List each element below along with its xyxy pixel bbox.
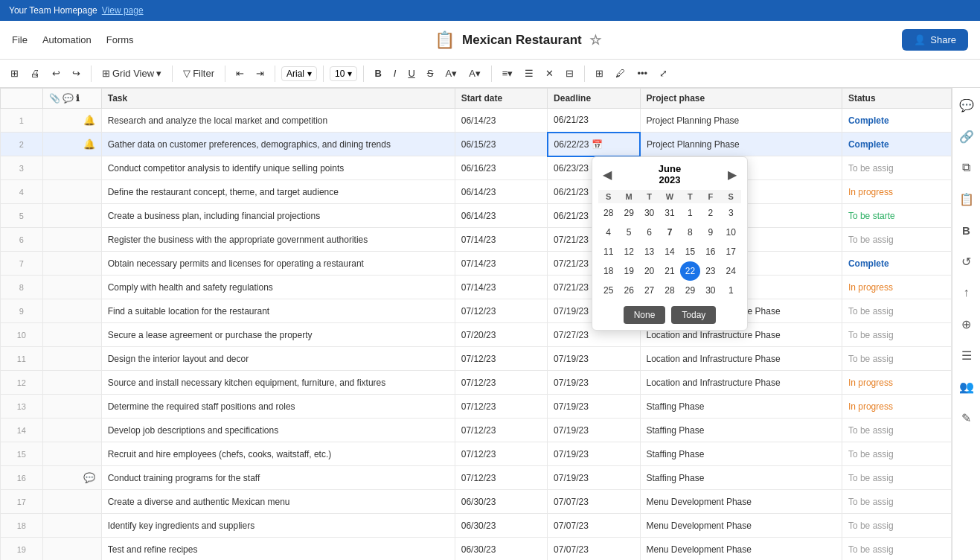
row-task[interactable]: Conduct competitor analysis to identify … bbox=[101, 156, 455, 180]
row-task[interactable]: Test and refine recipes bbox=[101, 538, 455, 561]
row-task[interactable]: Determine the required staff positions a… bbox=[101, 395, 455, 419]
table-row[interactable]: 15Recruit and hire employees (chefs, coo… bbox=[1, 442, 952, 466]
expand-btn[interactable]: ⤢ bbox=[655, 66, 672, 81]
cal-day[interactable]: 20 bbox=[639, 261, 659, 281]
row-task[interactable]: Conduct training programs for the staff bbox=[101, 466, 455, 490]
row-start[interactable]: 06/30/23 bbox=[455, 514, 547, 538]
row-deadline[interactable]: 07/19/23 bbox=[548, 371, 640, 395]
row-status[interactable]: In progress bbox=[842, 180, 951, 204]
indent-left-btn[interactable]: ⇤ bbox=[231, 66, 249, 81]
cal-day[interactable]: 9 bbox=[700, 223, 720, 242]
row-status[interactable]: To be assig bbox=[842, 228, 951, 252]
table-row[interactable]: 5Create a business plan, including finan… bbox=[1, 204, 952, 228]
row-status[interactable]: To be starte bbox=[842, 204, 951, 228]
menu-forms[interactable]: Forms bbox=[106, 34, 134, 45]
banner-link[interactable]: View page bbox=[102, 5, 144, 16]
row-start[interactable]: 07/12/23 bbox=[455, 299, 547, 323]
table-row[interactable]: 11Design the interior layout and decor07… bbox=[1, 347, 952, 371]
row-start[interactable]: 07/12/23 bbox=[455, 395, 547, 419]
table-row[interactable]: 3Conduct competitor analysis to identify… bbox=[1, 156, 952, 180]
align-center-btn[interactable]: ☰ bbox=[520, 66, 538, 81]
filter-btn[interactable]: ▽ Filter bbox=[179, 66, 219, 81]
cal-day[interactable]: 1 bbox=[721, 281, 741, 300]
table-row[interactable]: 4Define the restaurant concept, theme, a… bbox=[1, 180, 952, 204]
row-status[interactable]: To be assig bbox=[842, 156, 951, 180]
bell-icon[interactable]: 🔔 bbox=[83, 139, 95, 150]
row-task[interactable]: Research and analyze the local market an… bbox=[101, 109, 455, 133]
row-deadline[interactable]: 06/21/23 bbox=[548, 109, 640, 133]
bell-icon[interactable]: 🔔 bbox=[83, 115, 95, 126]
bold-btn[interactable]: B bbox=[370, 66, 385, 81]
cal-none-btn[interactable]: None bbox=[624, 306, 666, 324]
cal-day[interactable]: 3 bbox=[721, 203, 741, 223]
row-status[interactable]: To be assig bbox=[842, 323, 951, 347]
row-task[interactable]: Create a diverse and authentic Mexican m… bbox=[101, 490, 455, 514]
row-phase[interactable]: Project Planning Phase bbox=[640, 133, 842, 156]
undo-btn[interactable]: ↩ bbox=[48, 66, 65, 81]
table-row[interactable]: 1🔔Research and analyze the local market … bbox=[1, 109, 952, 133]
cal-today-btn[interactable]: Today bbox=[671, 306, 716, 324]
row-phase[interactable]: Project Planning Phase bbox=[640, 109, 842, 133]
row-task[interactable]: Identify key ingredients and suppliers bbox=[101, 514, 455, 538]
row-deadline[interactable]: 07/19/23 bbox=[548, 419, 640, 442]
row-status[interactable]: To be assig bbox=[842, 419, 951, 442]
col-header-phase[interactable]: Project phase bbox=[640, 89, 842, 109]
cal-day[interactable]: 23 bbox=[700, 261, 720, 281]
align-left-btn[interactable]: ≡▾ bbox=[498, 66, 518, 81]
row-task[interactable]: Define the restaurant concept, theme, an… bbox=[101, 180, 455, 204]
cal-day[interactable]: 30 bbox=[639, 203, 659, 223]
sidebar-users-icon[interactable]: 👥 bbox=[955, 375, 978, 398]
cal-day[interactable]: 18 bbox=[598, 261, 618, 281]
cal-day[interactable]: 29 bbox=[618, 203, 638, 223]
cal-day[interactable]: 12 bbox=[618, 242, 638, 261]
row-status[interactable]: To be assig bbox=[842, 514, 951, 538]
table-row[interactable]: 9Find a suitable location for the restau… bbox=[1, 299, 952, 323]
row-task[interactable]: Create a business plan, including financ… bbox=[101, 204, 455, 228]
row-task[interactable]: Recruit and hire employees (chefs, cooks… bbox=[101, 442, 455, 466]
col-header-deadline[interactable]: Deadline bbox=[548, 89, 640, 109]
cal-day[interactable]: 29 bbox=[680, 281, 700, 300]
sidebar-history-icon[interactable]: ↺ bbox=[955, 250, 978, 273]
row-start[interactable]: 06/14/23 bbox=[455, 109, 547, 133]
row-deadline[interactable]: 07/07/23 bbox=[548, 514, 640, 538]
highlight2-btn[interactable]: 🖊 bbox=[611, 66, 630, 81]
table-row[interactable]: 10Secure a lease agreement or purchase t… bbox=[1, 323, 952, 347]
row-task[interactable]: Register the business with the appropria… bbox=[101, 228, 455, 252]
format-btn[interactable]: ⊟ bbox=[561, 66, 578, 81]
row-status[interactable]: To be assig bbox=[842, 538, 951, 561]
share-button[interactable]: 👤 Share bbox=[902, 29, 968, 51]
row-phase[interactable]: Location and Infrastructure Phase bbox=[640, 371, 842, 395]
cal-day[interactable]: 27 bbox=[639, 281, 659, 300]
row-status[interactable]: To be assig bbox=[842, 347, 951, 371]
row-start[interactable]: 06/30/23 bbox=[455, 490, 547, 514]
cal-day[interactable]: 28 bbox=[598, 203, 618, 223]
table-icon-btn[interactable]: ⊞ bbox=[6, 66, 23, 81]
text-color-btn[interactable]: A▾ bbox=[464, 66, 485, 81]
table-row[interactable]: 6Register the business with the appropri… bbox=[1, 228, 952, 252]
sidebar-list-icon[interactable]: ☰ bbox=[955, 344, 978, 366]
row-start[interactable]: 07/14/23 bbox=[455, 252, 547, 276]
table-row[interactable]: 8Comply with health and safety regulatio… bbox=[1, 276, 952, 299]
cal-day[interactable]: 10 bbox=[721, 223, 741, 242]
cal-day[interactable]: 17 bbox=[721, 242, 741, 261]
row-phase[interactable]: Menu Development Phase bbox=[640, 538, 842, 561]
cal-day[interactable]: 7 bbox=[659, 223, 679, 242]
row-start[interactable]: 07/12/23 bbox=[455, 442, 547, 466]
underline-btn[interactable]: U bbox=[403, 66, 419, 81]
row-task[interactable]: Gather data on customer preferences, dem… bbox=[101, 133, 455, 156]
row-deadline[interactable]: 06/22/23 📅 bbox=[548, 133, 640, 156]
row-deadline[interactable]: 07/19/23 bbox=[548, 395, 640, 419]
cal-day[interactable]: 5 bbox=[618, 223, 638, 242]
cal-day[interactable]: 15 bbox=[680, 242, 700, 261]
row-start[interactable]: 07/14/23 bbox=[455, 276, 547, 299]
highlight-btn[interactable]: A▾ bbox=[441, 66, 461, 81]
row-deadline[interactable]: 07/07/23 bbox=[548, 538, 640, 561]
row-task[interactable]: Design the interior layout and decor bbox=[101, 347, 455, 371]
row-task[interactable]: Develop job descriptions and specificati… bbox=[101, 419, 455, 442]
row-start[interactable]: 06/30/23 bbox=[455, 538, 547, 561]
row-status[interactable]: In progress bbox=[842, 395, 951, 419]
sidebar-chat-icon[interactable]: 💬 bbox=[955, 94, 978, 116]
table-row[interactable]: 7Obtain necessary permits and licenses f… bbox=[1, 252, 952, 276]
clear-format-btn[interactable]: ✕ bbox=[541, 66, 558, 81]
more-btn[interactable]: ••• bbox=[632, 66, 652, 81]
